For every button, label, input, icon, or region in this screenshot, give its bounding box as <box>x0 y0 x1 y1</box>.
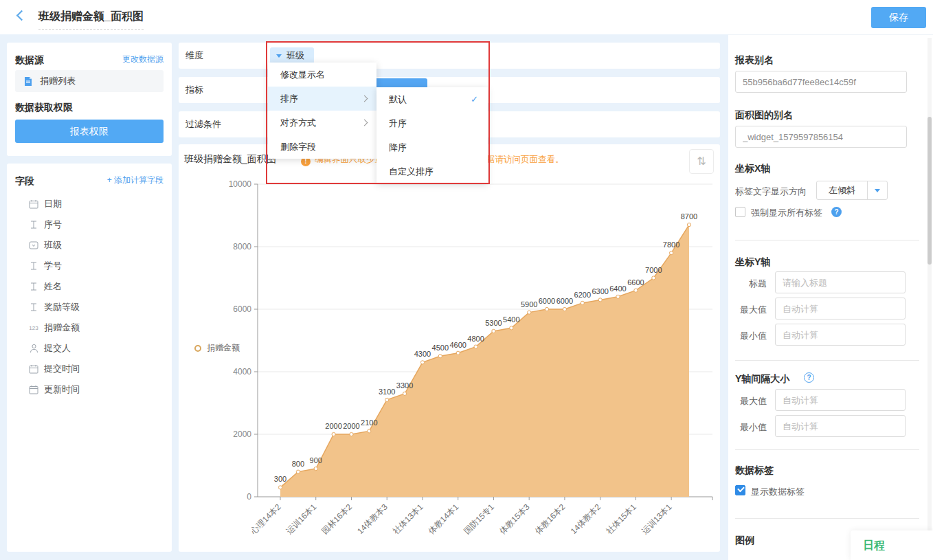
field-label: 提交人 <box>44 342 71 355</box>
field-item[interactable]: 更新时间 <box>7 379 172 400</box>
y-axis-title: 坐标Y轴 <box>735 256 770 269</box>
chart-title: 班级捐赠金额_面积图 <box>184 153 276 166</box>
add-calc-field-link[interactable]: + 添加计算字段 <box>107 175 164 186</box>
field-item[interactable]: 日期 <box>7 194 172 214</box>
back-icon[interactable] <box>16 10 27 21</box>
page-title: 班级捐赠金额_面积图 <box>38 10 144 30</box>
svg-text:社体15本1: 社体15本1 <box>604 502 638 536</box>
datasource-item[interactable]: 捐赠列表 <box>15 70 164 92</box>
sort-submenu-item[interactable]: 降序 <box>376 135 488 159</box>
show-data-label-checkbox[interactable] <box>735 485 745 495</box>
svg-text:2000: 2000 <box>233 429 251 439</box>
legend-marker-icon <box>194 345 201 352</box>
y-interval-title: Y轴间隔大小 <box>735 373 789 385</box>
dimension-chip-class[interactable]: 班级 <box>270 47 314 64</box>
show-data-label-label: 显示数据标签 <box>751 486 805 498</box>
context-menu-item[interactable]: 修改显示名 <box>268 63 376 87</box>
svg-text:心理14本2: 心理14本2 <box>248 502 282 536</box>
y-min-input[interactable] <box>775 324 906 346</box>
y-title-input[interactable] <box>775 271 906 293</box>
sort-submenu-item[interactable]: 默认✓ <box>376 87 488 111</box>
help-icon[interactable]: ? <box>804 372 814 383</box>
x-label-direction-label: 标签文字显示方向 <box>735 186 807 198</box>
report-permission-button[interactable]: 报表权限 <box>15 120 164 143</box>
svg-text:国防15专1: 国防15专1 <box>462 502 496 536</box>
metric-label: 指标 <box>186 77 203 103</box>
divider <box>735 518 919 519</box>
y-title-label: 标题 <box>749 278 767 290</box>
chart-card: 0200040006000800010000300800900200020002… <box>179 144 720 552</box>
context-menu-item-label: 对齐方式 <box>280 117 316 128</box>
field-label: 奖励等级 <box>44 301 80 313</box>
interval-min-input[interactable] <box>775 415 906 437</box>
chart-sort-toggle[interactable]: ⇅ <box>689 149 714 174</box>
widget-alias-input[interactable] <box>735 126 907 148</box>
change-datasource-link[interactable]: 更改数据源 <box>122 54 164 65</box>
report-alias-input[interactable] <box>735 71 907 93</box>
x-label-direction-select[interactable]: 左倾斜 <box>816 181 888 200</box>
context-menu-item[interactable]: 对齐方式 <box>268 111 376 135</box>
svg-text:0: 0 <box>247 492 251 502</box>
field-label: 序号 <box>44 219 62 231</box>
svg-text:运训16本1: 运训16本1 <box>284 502 319 536</box>
context-menu-item[interactable]: 排序 <box>268 87 376 111</box>
field-item[interactable]: 提交人 <box>7 338 172 359</box>
field-label: 更新时间 <box>44 383 80 396</box>
settings-panel: 报表别名 面积图的别名 坐标X轴 标签文字显示方向 左倾斜 强制显示所有标签 ?… <box>728 34 933 560</box>
interval-max-label: 最大值 <box>740 395 767 407</box>
svg-text:6000: 6000 <box>539 297 555 305</box>
field-item[interactable]: 奖励等级 <box>7 297 172 317</box>
force-all-labels-checkbox[interactable] <box>735 207 745 217</box>
svg-text:3100: 3100 <box>379 388 395 396</box>
top-bar: 班级捐赠金额_面积图 保存 <box>0 0 933 34</box>
help-icon[interactable]: ? <box>831 207 842 217</box>
legend-item[interactable]: 捐赠金额 <box>194 342 240 354</box>
divider <box>735 449 919 450</box>
calendar-icon <box>27 384 40 395</box>
widget-alias-title: 面积图的别名 <box>735 109 793 122</box>
field-item[interactable]: 序号 <box>7 214 172 235</box>
scrollbar-thumb[interactable] <box>928 117 932 265</box>
field-item[interactable]: 姓名 <box>7 276 172 297</box>
scrollbar-track <box>928 38 932 557</box>
context-menu-item-label: 排序 <box>280 93 298 104</box>
svg-text:5300: 5300 <box>485 319 502 327</box>
field-label: 提交时间 <box>44 363 80 375</box>
field-label: 日期 <box>44 198 62 210</box>
svg-text:4800: 4800 <box>467 335 484 343</box>
svg-text:14体教本3: 14体教本3 <box>355 502 390 536</box>
report-alias-title: 报表别名 <box>735 54 774 67</box>
svg-text:2100: 2100 <box>361 418 377 427</box>
svg-text:5900: 5900 <box>521 300 537 309</box>
divider <box>735 360 919 361</box>
svg-text:6600: 6600 <box>627 278 644 287</box>
context-menu-item-label: 删除字段 <box>280 142 316 152</box>
legend-label: 捐赠金额 <box>207 342 240 354</box>
svg-text:体教14本1: 体教14本1 <box>427 502 461 536</box>
datasource-panel: 数据源 更改数据源 捐赠列表 数据获取权限 报表权限 <box>7 43 172 156</box>
data-label-title: 数据标签 <box>735 464 774 477</box>
field-item[interactable]: 班级 <box>7 235 172 256</box>
interval-max-input[interactable] <box>775 389 906 411</box>
force-all-labels-label: 强制显示所有标签 <box>751 207 822 219</box>
schedule-toast[interactable]: 日程 <box>851 530 933 560</box>
sort-submenu-item-label: 默认 <box>389 94 407 104</box>
svg-text:7800: 7800 <box>663 240 679 249</box>
context-menu-item[interactable]: 删除字段 <box>268 135 376 159</box>
chevron-right-icon <box>361 96 368 102</box>
field-item[interactable]: 123捐赠金额 <box>7 317 172 338</box>
sort-submenu-item[interactable]: 自定义排序 <box>376 159 488 183</box>
sort-submenu-item[interactable]: 升序 <box>376 111 488 135</box>
y-max-input[interactable] <box>775 298 906 320</box>
sort-submenu-item-label: 降序 <box>389 142 407 153</box>
calendar-icon <box>27 199 40 210</box>
field-item[interactable]: 提交时间 <box>7 359 172 379</box>
sort-submenu: 默认✓升序降序自定义排序 <box>376 87 488 183</box>
fields-panel: 字段 + 添加计算字段 日期序号班级学号姓名奖励等级123捐赠金额提交人提交时间… <box>7 164 172 552</box>
text-icon <box>27 302 40 313</box>
divider <box>735 240 919 240</box>
field-item[interactable]: 学号 <box>7 256 172 276</box>
area-chart: 0200040006000800010000300800900200020002… <box>179 144 720 552</box>
save-button[interactable]: 保存 <box>871 7 926 28</box>
svg-text:6000: 6000 <box>557 297 573 305</box>
